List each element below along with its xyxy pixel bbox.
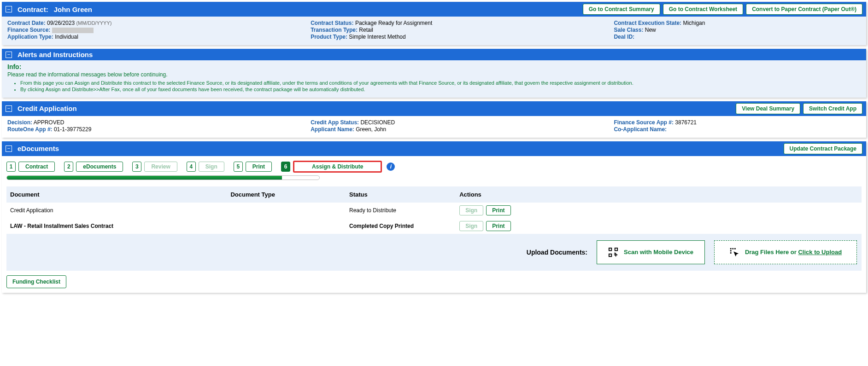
step-2-number: 2	[64, 162, 73, 172]
application-type-value: Individual	[55, 34, 78, 40]
collapse-icon[interactable]: −	[6, 105, 12, 112]
update-contract-package-button[interactable]: Update Contract Package	[784, 143, 862, 154]
svg-rect-1	[615, 248, 618, 250]
scan-mobile-button[interactable]: Scan with Mobile Device	[597, 240, 705, 264]
exec-state-field: Contract Execution State: Michigan	[614, 20, 868, 26]
progress-fill	[7, 176, 282, 180]
fsapp-field: Finance Source App #: 3876721	[614, 119, 868, 126]
doc-status: Completed Copy Printed	[349, 223, 459, 229]
step-assign-distribute-button[interactable]: Assign & Distribute	[293, 161, 382, 173]
step-contract-button[interactable]: Contract	[18, 162, 55, 172]
go-to-contract-summary-button[interactable]: Go to Contract Summary	[583, 4, 660, 15]
coapplicant-field: Co-Applicant Name:	[614, 126, 868, 133]
sign-button[interactable]: Sign	[459, 205, 483, 215]
step-edocuments-button[interactable]: eDocuments	[76, 162, 123, 172]
table-row: Credit Application Ready to Distribute S…	[6, 203, 862, 218]
finance-source-redacted	[52, 28, 94, 33]
application-type-field: Application Type: Individual	[7, 34, 306, 40]
fsapp-value: 3876721	[675, 119, 697, 126]
view-deal-summary-button[interactable]: View Deal Summary	[736, 103, 800, 114]
r1app-value: 01-1-39775229	[54, 126, 91, 133]
contract-header: − Contract: John Green Go to Contract Su…	[2, 2, 866, 17]
svg-rect-0	[609, 248, 612, 250]
print-button[interactable]: Print	[486, 221, 510, 231]
decision-field: Decision: APPROVED	[7, 119, 306, 126]
doc-name: Credit Application	[10, 207, 230, 214]
step-review-button[interactable]: Review	[144, 162, 177, 172]
click-to-upload-link[interactable]: Click to Upload	[798, 249, 842, 256]
collapse-icon[interactable]: −	[6, 52, 12, 58]
fsapp-label: Finance Source App #:	[614, 119, 674, 126]
collapse-icon[interactable]: −	[6, 145, 12, 152]
progress-bar	[6, 175, 320, 180]
info-item: From this page you can Assign and Distri…	[20, 80, 861, 86]
edocuments-body: 1 Contract 2 eDocuments 3 Review 4 Sign …	[2, 156, 866, 293]
sale-class-field: Sale Class: New	[614, 27, 868, 33]
workflow-steps: 1 Contract 2 eDocuments 3 Review 4 Sign …	[6, 161, 862, 173]
product-type-label: Product Type:	[311, 34, 347, 40]
drag-upload-area[interactable]: Drag Files Here or Click to Upload	[714, 240, 857, 264]
product-type-field: Product Type: Simple Interest Method	[311, 34, 609, 40]
transaction-type-field: Transaction Type: Retail	[311, 27, 609, 33]
info-heading: Info:	[7, 63, 861, 70]
sale-class-label: Sale Class:	[614, 27, 643, 33]
step-sign-button[interactable]: Sign	[199, 162, 224, 172]
credit-panel: − Credit Application View Deal Summary S…	[2, 101, 866, 138]
r1app-label: RouteOne App #:	[7, 126, 53, 133]
contract-date-field: Contract Date: 09/26/2023 (MM/DD/YYYY)	[7, 20, 306, 26]
step-4-number: 4	[187, 162, 196, 172]
step-print-button[interactable]: Print	[246, 162, 272, 172]
deal-id-field: Deal ID:	[614, 34, 868, 40]
coapplicant-label: Co-Applicant Name:	[614, 126, 667, 133]
scan-mobile-label: Scan with Mobile Device	[624, 249, 693, 256]
contract-status-label: Contract Status:	[311, 20, 353, 26]
switch-credit-app-button[interactable]: Switch Credit App	[803, 103, 862, 114]
drag-prefix: Drag Files Here or	[745, 249, 798, 256]
contract-status-value: Package Ready for Assignment	[355, 20, 432, 26]
decision-label: Decision:	[7, 119, 32, 126]
convert-to-paper-button[interactable]: Convert to Paper Contract (Paper Out®)	[746, 4, 862, 15]
credit-status-value: DECISIONED	[360, 119, 395, 126]
svg-rect-4	[732, 248, 733, 249]
upload-row: Upload Documents: Scan with Mobile Devic…	[6, 234, 862, 271]
info-intro: Please read the informational messages b…	[7, 71, 861, 78]
info-list: From this page you can Assign and Distri…	[7, 80, 861, 93]
product-type-value: Simple Interest Method	[349, 34, 405, 40]
credit-title: Credit Application	[18, 105, 77, 112]
credit-header: − Credit Application View Deal Summary S…	[2, 101, 866, 116]
edocuments-header: − eDocuments Update Contract Package	[2, 141, 866, 156]
applicant-field: Applicant Name: Green, John	[311, 126, 609, 133]
sign-button[interactable]: Sign	[459, 221, 483, 231]
contract-date-value: 09/26/2023	[47, 20, 75, 26]
applicant-label: Applicant Name:	[311, 126, 354, 133]
edocuments-title: eDocuments	[18, 145, 59, 152]
finance-source-label: Finance Source:	[7, 27, 50, 33]
go-to-contract-worksheet-button[interactable]: Go to Contract Worksheet	[663, 4, 743, 15]
exec-state-label: Contract Execution State:	[614, 20, 681, 26]
r1app-field: RouteOne App #: 01-1-39775229	[7, 126, 306, 133]
col-document: Document	[10, 191, 230, 198]
col-document-type: Document Type	[230, 191, 349, 198]
svg-rect-7	[730, 252, 732, 254]
print-button[interactable]: Print	[486, 205, 510, 215]
svg-rect-5	[734, 248, 736, 249]
transaction-type-value: Retail	[359, 27, 373, 33]
info-icon[interactable]: i	[387, 163, 395, 171]
application-type-label: Application Type:	[7, 34, 53, 40]
finance-source-field: Finance Source:	[7, 27, 306, 33]
credit-status-field: Credit App Status: DECISIONED	[311, 119, 609, 126]
svg-rect-6	[730, 250, 732, 251]
contract-date-hint: (MM/DD/YYYY)	[76, 20, 111, 26]
sale-class-value: New	[645, 27, 656, 33]
deal-id-label: Deal ID:	[614, 34, 634, 40]
svg-rect-2	[609, 254, 612, 256]
credit-body: Decision: APPROVED RouteOne App #: 01-1-…	[2, 116, 866, 138]
doc-status: Ready to Distribute	[349, 207, 459, 214]
credit-status-label: Credit App Status:	[311, 119, 359, 126]
alerts-body: Info: Please read the informational mess…	[2, 60, 866, 98]
funding-checklist-button[interactable]: Funding Checklist	[6, 275, 66, 288]
upload-label: Upload Documents:	[527, 249, 587, 256]
col-status: Status	[349, 191, 459, 198]
edocuments-panel: − eDocuments Update Contract Package 1 C…	[2, 141, 866, 293]
collapse-icon[interactable]: −	[6, 6, 12, 12]
